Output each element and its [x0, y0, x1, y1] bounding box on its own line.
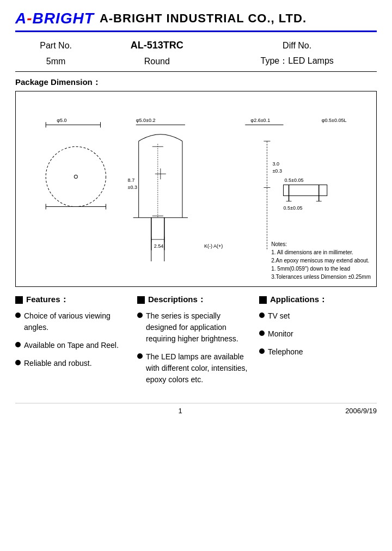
- size-label: 5mm: [15, 53, 96, 69]
- svg-text:φ0.5±0.05L: φ0.5±0.05L: [322, 118, 347, 123]
- descriptions-item-2-text: The LED lamps are available with differe…: [146, 351, 250, 385]
- logo-a: A: [15, 10, 27, 27]
- descriptions-title: Descriptions：: [148, 295, 206, 305]
- app-bullet-3: [259, 348, 265, 354]
- features-column: Features： Choice of various viewing angl…: [15, 295, 133, 392]
- descriptions-header: Descriptions：: [137, 295, 250, 305]
- page-footer: 1 2006/9/19: [15, 403, 377, 415]
- part-no-label: Part No.: [15, 38, 96, 53]
- svg-text:8.7: 8.7: [128, 177, 135, 183]
- app-item-3-text: Telephone: [268, 346, 303, 358]
- features-item-2: Available on Tape and Reel.: [15, 340, 128, 351]
- features-item-2-text: Available on Tape and Reel.: [24, 340, 119, 351]
- svg-rect-33: [283, 185, 327, 195]
- svg-text:±0.3: ±0.3: [272, 168, 281, 174]
- diagram-box: φ5.0 φ5.0±0.2 φ2.6±0.1 φ0.5±0.05L 8.7: [15, 91, 377, 287]
- app-item-1: TV set: [259, 310, 372, 322]
- svg-text:0.5±0.05: 0.5±0.05: [283, 205, 302, 211]
- page-number: 1: [178, 407, 182, 415]
- part-info-table: Part No. AL-513TRC Diff No. 5mm Round Ty…: [15, 38, 377, 69]
- descriptions-item-1: The series is specially designed for app…: [137, 310, 250, 345]
- company-name: A-BRIGHT INDUSTRIAL CO., LTD.: [100, 11, 307, 26]
- svg-text:K(-)  A(+): K(-) A(+): [204, 243, 223, 249]
- note-title: Notes:: [271, 240, 371, 248]
- app-item-1-text: TV set: [268, 310, 290, 322]
- features-item-1-text: Choice of various viewing angles.: [24, 310, 128, 333]
- descriptions-icon: [137, 296, 145, 304]
- applications-title: Applications：: [270, 295, 327, 305]
- logo-dash: -: [27, 10, 32, 27]
- svg-text:3.0: 3.0: [272, 161, 279, 167]
- features-item-3: Reliable and robust.: [15, 358, 128, 369]
- bullet-icon-1: [15, 313, 21, 318]
- descriptions-column: Descriptions： The series is specially de…: [133, 295, 255, 392]
- descriptions-item-2: The LED lamps are available with differe…: [137, 351, 250, 385]
- app-item-2-text: Monitor: [268, 328, 293, 340]
- bullet-icon-2: [15, 342, 21, 347]
- logo: A-BRIGHT: [15, 10, 94, 27]
- features-header: Features：: [15, 295, 128, 305]
- desc-bullet-2: [137, 353, 143, 359]
- app-item-3: Telephone: [259, 346, 372, 358]
- app-bullet-1: [259, 313, 265, 318]
- type-label: Type：LED Lamps: [217, 53, 377, 69]
- applications-icon: [259, 296, 267, 304]
- part-number: AL-513TRC: [96, 38, 217, 53]
- fda-section: Features： Choice of various viewing angl…: [15, 295, 377, 392]
- applications-header: Applications：: [259, 295, 372, 305]
- svg-text:φ5.0: φ5.0: [57, 118, 66, 123]
- features-item-1: Choice of various viewing angles.: [15, 310, 128, 333]
- diagram-notes: Notes: 1. All dimensions are in millimet…: [271, 240, 371, 281]
- descriptions-item-1-text: The series is specially designed for app…: [146, 310, 250, 345]
- svg-text:2.54: 2.54: [154, 243, 164, 249]
- package-dimension-title: Package Dimension：: [15, 77, 377, 88]
- footer-date: 2006/9/19: [345, 407, 377, 415]
- svg-text:0.5±0.05: 0.5±0.05: [284, 177, 303, 183]
- app-bullet-2: [259, 330, 265, 336]
- note-1: 1. All dimensions are in millimeter.: [271, 248, 371, 256]
- svg-point-10: [74, 175, 77, 178]
- diff-no-label: Diff No.: [217, 38, 377, 53]
- bullet-icon-3: [15, 360, 21, 365]
- note-2: 2.An epoxy meniscus may extend about.: [271, 256, 371, 265]
- part-info-divider: [15, 71, 377, 72]
- svg-text:φ5.0±0.2: φ5.0±0.2: [136, 118, 156, 123]
- svg-text:±0.3: ±0.3: [128, 185, 137, 191]
- applications-column: Applications： TV set Monitor Telephone: [255, 295, 377, 392]
- svg-text:φ2.6±0.1: φ2.6±0.1: [250, 118, 270, 123]
- desc-bullet-1: [137, 313, 143, 318]
- note-4: 3.Tolerances unless Dimension ±0.25mm: [271, 273, 371, 281]
- logo-bright: BRIGHT: [33, 10, 94, 27]
- note-3: 1. 5mm(0.059") down to the lead: [271, 265, 371, 273]
- page-header: A-BRIGHT A-BRIGHT INDUSTRIAL CO., LTD.: [15, 10, 377, 32]
- features-title: Features：: [26, 295, 69, 305]
- features-icon: [15, 296, 23, 304]
- svg-point-9: [46, 146, 106, 206]
- shape-label: Round: [96, 53, 217, 69]
- features-item-3-text: Reliable and robust.: [24, 358, 92, 369]
- app-item-2: Monitor: [259, 328, 372, 340]
